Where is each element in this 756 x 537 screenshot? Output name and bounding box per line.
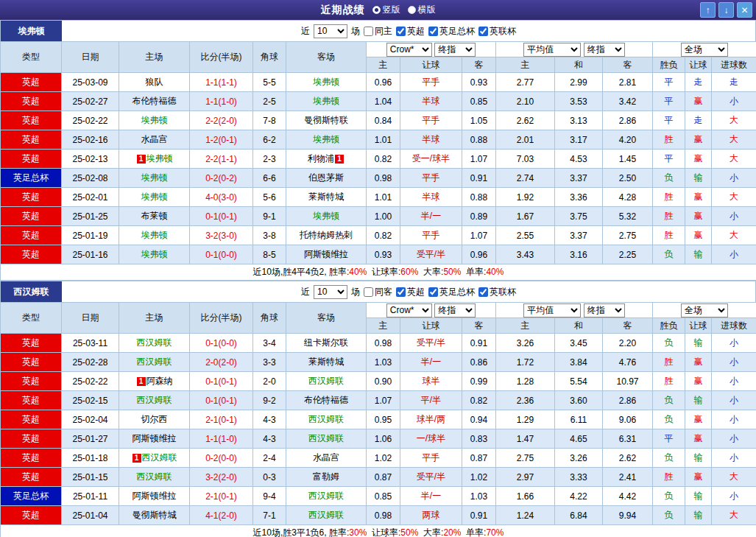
corners-cell: 3-3 bbox=[253, 353, 286, 372]
vertical-view-radio[interactable] bbox=[372, 6, 381, 14]
subcolumn-header-odds-handicap: 让球 bbox=[400, 57, 462, 73]
away-team-cell: 水晶宫 bbox=[286, 449, 367, 468]
league-filter-checkbox[interactable] bbox=[478, 27, 488, 36]
result-wdl-value: 负 bbox=[653, 245, 685, 264]
team-name: 切尔西 bbox=[141, 414, 168, 424]
result-handicap-value: 输 bbox=[685, 334, 712, 353]
team-name: 布伦特福德 bbox=[133, 96, 177, 106]
score-cell: 2-0(2-0) bbox=[190, 353, 253, 372]
avg-away-value: 2.86 bbox=[603, 391, 653, 410]
scope-select[interactable]: 全场 bbox=[681, 43, 728, 57]
match-row: 英超25-03-09狼队1-1(1-1)5-5埃弗顿0.96平手0.932.77… bbox=[1, 73, 756, 92]
odds-away-value: 0.87 bbox=[462, 449, 496, 468]
league-badge: 英足总杯 bbox=[1, 487, 62, 506]
league-filter-option[interactable]: 英超 bbox=[396, 286, 425, 298]
league-filter-option[interactable]: 英联杯 bbox=[478, 25, 516, 38]
corners-cell: 5-5 bbox=[253, 73, 286, 92]
avg-draw-value: 3.45 bbox=[555, 334, 603, 353]
subcolumn-header-odds-home: 主 bbox=[367, 318, 400, 334]
result-goals-value: 大 bbox=[712, 130, 756, 150]
league-filter-option[interactable]: 英足总杯 bbox=[428, 286, 475, 298]
same-venue-checkbox[interactable] bbox=[364, 27, 373, 36]
subcolumn-header-result-goals: 进球数 bbox=[712, 57, 756, 73]
scroll-down-button[interactable]: ↓ bbox=[718, 2, 734, 18]
result-goals-value: 走 bbox=[712, 73, 756, 92]
view-option-horizontal[interactable]: 横版 bbox=[408, 4, 436, 16]
subcolumn-header-avg-home: 主 bbox=[496, 318, 555, 334]
matches-table: 类型日期主场比分(半场)角球客场Crow* 终指平均值 终指全场主让球客主和客胜… bbox=[0, 41, 756, 281]
europe-type-select[interactable]: 平均值 bbox=[523, 43, 581, 57]
avg-away-value: 4.42 bbox=[603, 487, 653, 506]
avg-draw-value: 3.16 bbox=[555, 245, 603, 264]
team-name: 埃弗顿 bbox=[313, 96, 339, 106]
match-count-select[interactable]: 10 bbox=[314, 24, 347, 38]
odds-stage-select[interactable]: 终指 bbox=[434, 43, 476, 57]
league-badge: 英超 bbox=[1, 391, 62, 410]
horizontal-view-label: 横版 bbox=[418, 4, 436, 16]
match-date: 25-02-13 bbox=[62, 150, 119, 169]
home-team-cell: 布莱顿 bbox=[119, 207, 190, 226]
league-filter-checkbox[interactable] bbox=[428, 27, 438, 36]
match-count-select[interactable]: 10 bbox=[314, 285, 347, 299]
away-team-cell: 西汉姆联 bbox=[286, 429, 367, 449]
match-row: 英超25-02-04切尔西2-1(0-1)4-3西汉姆联0.95球半/两0.94… bbox=[1, 410, 756, 429]
column-header: 角球 bbox=[253, 42, 286, 73]
league-filter-checkbox[interactable] bbox=[478, 287, 488, 297]
match-row: 英超25-02-131埃弗顿2-2(1-1)2-3利物浦10.82受一/球半1.… bbox=[1, 150, 756, 169]
column-header: 客场 bbox=[286, 303, 367, 334]
window-controls: ↑ ↓ ✕ bbox=[700, 2, 752, 18]
same-venue-option[interactable]: 同主 bbox=[364, 25, 392, 38]
result-goals-value: 小 bbox=[712, 372, 756, 391]
away-team-cell: 托特纳姆热刺 bbox=[286, 226, 367, 245]
europe-stage-select[interactable]: 终指 bbox=[584, 43, 625, 57]
odds-away-value: 0.99 bbox=[462, 372, 496, 391]
avg-away-value: 4.76 bbox=[603, 353, 653, 372]
home-team-cell: 西汉姆联 bbox=[119, 353, 190, 372]
summary-stat: 胜率:30% bbox=[329, 527, 367, 537]
same-venue-label: 同主 bbox=[375, 25, 392, 38]
avg-away-value: 2.81 bbox=[603, 73, 653, 92]
odds-away-value: 0.91 bbox=[462, 506, 496, 525]
view-option-vertical[interactable]: 竖版 bbox=[372, 4, 400, 16]
corners-cell: 2-0 bbox=[253, 372, 286, 391]
europe-type-select[interactable]: 平均值 bbox=[523, 303, 581, 317]
odds-company-select[interactable]: Crow* bbox=[386, 43, 432, 57]
league-filter-checkbox[interactable] bbox=[428, 287, 438, 297]
away-team-cell: 西汉姆联 bbox=[286, 410, 367, 429]
scope-select[interactable]: 全场 bbox=[681, 303, 728, 317]
title-group: 近期战绩 竖版 横版 bbox=[0, 4, 756, 17]
team-name: 西汉姆联 bbox=[308, 491, 344, 501]
handicap-value: 受平/半 bbox=[400, 468, 462, 487]
result-handicap-value: 赢 bbox=[685, 468, 712, 487]
same-venue-option[interactable]: 同客 bbox=[364, 286, 392, 298]
result-wdl-value: 负 bbox=[653, 169, 685, 188]
home-team-cell: 水晶宫 bbox=[119, 130, 190, 150]
close-button[interactable]: ✕ bbox=[737, 2, 752, 18]
team-section: 埃弗顿近10场同主英超英足总杯英联杯类型日期主场比分(半场)角球客场Crow* … bbox=[0, 20, 756, 281]
team-name: 狼队 bbox=[146, 77, 163, 87]
summary-stat: 大率:50% bbox=[423, 267, 461, 277]
handicap-value: 平手 bbox=[400, 73, 462, 92]
league-filter-option[interactable]: 英足总杯 bbox=[428, 25, 475, 38]
summary-stat: 大率:20% bbox=[423, 527, 461, 537]
league-filter-option[interactable]: 英超 bbox=[396, 25, 425, 38]
europe-stage-select[interactable]: 终指 bbox=[584, 303, 625, 317]
odds-company-select[interactable]: Crow* bbox=[386, 303, 432, 317]
same-venue-checkbox[interactable] bbox=[364, 287, 373, 297]
avg-home-value: 1.28 bbox=[496, 372, 555, 391]
match-date: 25-02-22 bbox=[62, 111, 119, 130]
scroll-up-button[interactable]: ↑ bbox=[700, 2, 716, 18]
result-goals-value: 小 bbox=[712, 487, 756, 506]
league-filter-option[interactable]: 英联杯 bbox=[478, 286, 516, 298]
odds-stage-select[interactable]: 终指 bbox=[434, 303, 476, 317]
home-team-cell: 布伦特福德 bbox=[119, 92, 190, 111]
home-team-cell: 西汉姆联 bbox=[119, 468, 190, 487]
summary-row: 近10场,胜3平1负6, 胜率:30% 让球率:50% 大率:20% 单率:70… bbox=[1, 525, 756, 537]
horizontal-view-radio[interactable] bbox=[408, 6, 416, 14]
league-filter-checkbox[interactable] bbox=[396, 27, 406, 36]
score-cell: 3-2(3-0) bbox=[190, 226, 253, 245]
league-filter-checkbox[interactable] bbox=[396, 287, 406, 297]
match-row: 英超25-02-27布伦特福德1-1(1-0)2-5埃弗顿1.04半球0.852… bbox=[1, 92, 756, 111]
avg-away-value: 2.62 bbox=[603, 449, 653, 468]
avg-home-value: 1.29 bbox=[496, 410, 555, 429]
